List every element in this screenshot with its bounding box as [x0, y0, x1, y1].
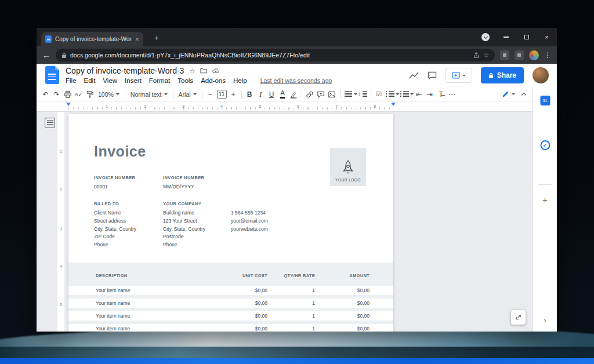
- document-page[interactable]: Invoice YOUR LOGO INVOICE NUMBER INVOICE…: [68, 114, 393, 332]
- move-folder-icon[interactable]: [200, 68, 207, 74]
- bulleted-list-caret[interactable]: [396, 93, 399, 95]
- tab-close-icon[interactable]: ×: [135, 36, 139, 43]
- company-line: Postcode: [163, 233, 205, 241]
- cell-unit: $0,00: [198, 326, 267, 332]
- invoice-date-label: INVOICE NUMBER: [163, 175, 204, 180]
- ruler-number: 2: [57, 187, 64, 192]
- extension-icon[interactable]: [515, 50, 524, 60]
- font-size-increase-icon[interactable]: +: [228, 89, 239, 100]
- insert-image-icon[interactable]: [327, 89, 338, 100]
- last-edit-link[interactable]: Last edit was seconds ago: [260, 77, 332, 84]
- document-outline-icon[interactable]: [45, 118, 55, 128]
- company-line: Phone: [163, 241, 205, 249]
- comment-history-icon[interactable]: [428, 71, 437, 80]
- spellcheck-icon[interactable]: A✓: [73, 89, 84, 100]
- back-icon[interactable]: ←: [42, 51, 50, 59]
- zoom-value: 100%: [98, 91, 114, 98]
- address-bar[interactable]: docs.google.com/document/d/1-pY7x_i_jENN…: [56, 49, 495, 61]
- menu-tools[interactable]: Tools: [178, 77, 193, 84]
- cell-unit: $0,00: [198, 300, 267, 306]
- new-tab-button[interactable]: +: [150, 32, 163, 42]
- wallpaper-bottom-strip: [0, 358, 594, 364]
- increase-indent-icon[interactable]: ⇥: [425, 89, 436, 100]
- share-page-icon[interactable]: [473, 52, 480, 59]
- menu-file[interactable]: File: [66, 77, 77, 84]
- invoice-number-value: 00001: [94, 184, 108, 190]
- paragraph-style-select[interactable]: Normal text: [128, 89, 171, 100]
- insert-link-icon[interactable]: [305, 89, 316, 100]
- menu-bar: File Edit View Insert Format Tools Add-o…: [66, 77, 332, 84]
- horizontal-ruler: 1 2 3 4 5 6 7 8: [37, 102, 533, 112]
- font-size-decrease-icon[interactable]: −: [205, 89, 216, 100]
- redo-icon[interactable]: ↷: [51, 89, 62, 100]
- ruler-number: 3: [182, 104, 184, 109]
- hide-side-panel-icon[interactable]: ›: [544, 316, 546, 325]
- minimize-button[interactable]: [496, 28, 516, 46]
- document-stats-icon[interactable]: [409, 71, 419, 79]
- highlight-color-icon[interactable]: [288, 89, 299, 100]
- clear-formatting-icon[interactable]: T̶: [436, 89, 447, 100]
- numbered-list-icon[interactable]: [399, 89, 410, 100]
- numbered-list-caret[interactable]: [410, 93, 414, 95]
- ruler-number: 3: [57, 225, 64, 231]
- toolbar-overflow-icon[interactable]: ⋯: [447, 89, 458, 100]
- contact-line: 1 564-555-1234: [231, 209, 268, 217]
- present-button[interactable]: [446, 68, 472, 83]
- paint-format-icon[interactable]: [84, 89, 95, 100]
- add-comment-icon[interactable]: [316, 89, 327, 100]
- side-panel-divider: [538, 184, 552, 185]
- checklist-icon[interactable]: ☑: [374, 89, 385, 100]
- document-title[interactable]: Copy of invoice-template-Word-3: [66, 66, 184, 75]
- tasks-icon[interactable]: ✓: [540, 140, 550, 150]
- browser-tab[interactable]: Copy of invoice-template-Word- ×: [41, 32, 143, 46]
- underline-icon[interactable]: U: [266, 89, 277, 100]
- zoom-select[interactable]: 100%: [95, 89, 122, 100]
- extension-icon[interactable]: [500, 50, 509, 60]
- cell-desc: Your item name: [96, 313, 198, 319]
- docs-logo-icon[interactable]: [45, 66, 59, 84]
- print-icon[interactable]: [62, 89, 73, 100]
- menu-insert[interactable]: Insert: [125, 77, 142, 84]
- undo-icon[interactable]: ↶: [40, 89, 51, 100]
- browser-menu-icon[interactable]: ⋮: [544, 51, 551, 59]
- star-document-icon[interactable]: ☆: [189, 67, 195, 75]
- bookmark-star-icon[interactable]: ☆: [483, 52, 489, 59]
- tab-search-button[interactable]: [481, 33, 490, 41]
- italic-icon[interactable]: I: [255, 89, 266, 100]
- decrease-indent-icon[interactable]: ⇤: [414, 89, 425, 100]
- table-row: Your item name $0,00 1 $0,00: [68, 286, 393, 295]
- collapse-toolbar-icon[interactable]: [521, 93, 526, 97]
- text-color-icon[interactable]: A: [277, 89, 288, 100]
- ruler-number: 1: [57, 149, 64, 154]
- cell-amount: $0,00: [315, 313, 370, 319]
- billed-line: Street address: [94, 217, 136, 225]
- right-margin-marker[interactable]: [391, 103, 396, 106]
- cloud-status-icon[interactable]: [212, 68, 220, 74]
- menu-edit[interactable]: Edit: [84, 77, 96, 84]
- ruler-number: 8: [374, 104, 376, 109]
- maximize-button[interactable]: [516, 28, 537, 46]
- font-select[interactable]: Arial: [176, 89, 200, 100]
- align-dropdown-caret[interactable]: [354, 93, 357, 95]
- left-margin-marker[interactable]: [66, 103, 71, 106]
- close-button[interactable]: ×: [537, 28, 557, 46]
- col-header-amount: AMOUNT: [315, 273, 370, 278]
- editing-mode-button[interactable]: [501, 89, 516, 100]
- menu-view[interactable]: View: [103, 77, 117, 84]
- get-addons-icon[interactable]: +: [542, 195, 548, 205]
- explore-button[interactable]: [511, 310, 526, 325]
- menu-help[interactable]: Help: [233, 77, 247, 84]
- calendar-icon[interactable]: 31: [540, 96, 550, 105]
- line-spacing-icon[interactable]: ↕: [357, 89, 368, 100]
- menu-format[interactable]: Format: [149, 77, 170, 84]
- font-size-field[interactable]: 11: [217, 90, 227, 99]
- bulleted-list-icon[interactable]: [385, 89, 396, 100]
- browser-profile-avatar[interactable]: [529, 50, 539, 60]
- bold-icon[interactable]: B: [244, 89, 255, 100]
- present-icon: [452, 72, 460, 79]
- account-avatar[interactable]: [533, 67, 549, 83]
- cell-qty: 1: [267, 313, 315, 319]
- share-button[interactable]: Share: [481, 67, 524, 83]
- align-icon[interactable]: [343, 89, 354, 100]
- menu-addons[interactable]: Add-ons: [201, 77, 226, 84]
